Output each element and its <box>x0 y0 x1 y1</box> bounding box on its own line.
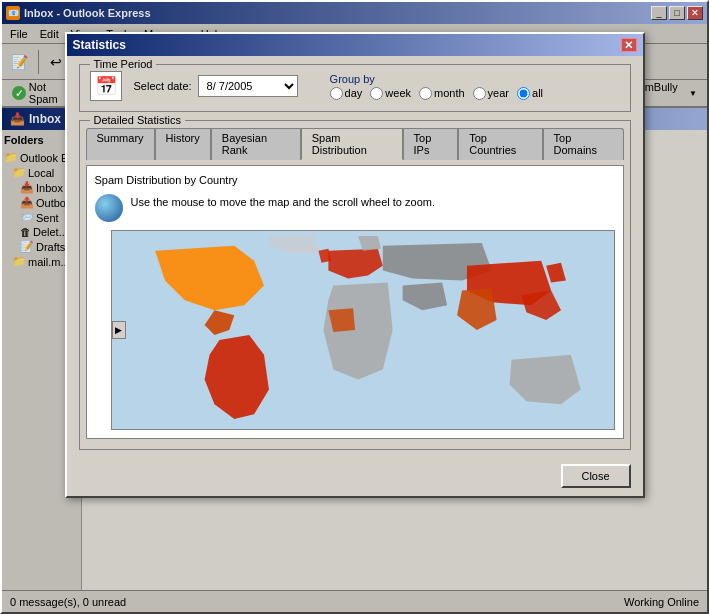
time-period-section: Time Period 📅 Select date: 8/ 7/2005 Gro… <box>79 64 631 112</box>
dialog-close-button[interactable]: Close <box>561 464 631 488</box>
globe-icon <box>95 194 123 222</box>
time-period-label: Time Period <box>90 58 157 70</box>
dialog-title: Statistics <box>73 38 126 52</box>
spam-dist-section-title: Spam Distribution by Country <box>95 174 615 186</box>
info-row: Use the mouse to move the map and the sc… <box>95 192 615 222</box>
world-map-svg <box>112 231 614 429</box>
tab-top-domains[interactable]: Top Domains <box>543 128 624 160</box>
tab-summary[interactable]: Summary <box>86 128 155 160</box>
radio-year[interactable]: year <box>473 87 509 100</box>
group-by-label: Group by <box>330 73 543 85</box>
group-by-radios: day week month <box>330 87 543 100</box>
radio-day[interactable]: day <box>330 87 363 100</box>
tab-content-area: Spam Distribution by Country Use the mou… <box>86 165 624 439</box>
tab-bayesian-rank[interactable]: Bayesian Rank <box>211 128 301 160</box>
radio-week[interactable]: week <box>370 87 411 100</box>
date-selector[interactable]: 8/ 7/2005 <box>198 75 298 97</box>
modal-overlay: Statistics ✕ Time Period 📅 Select date: … <box>2 2 707 612</box>
tab-top-ips[interactable]: Top IPs <box>403 128 459 160</box>
statistics-tabs: Summary History Bayesian Rank Spam Distr… <box>86 127 624 159</box>
select-date-label: Select date: <box>134 80 192 92</box>
dialog-title-bar: Statistics ✕ <box>67 34 643 56</box>
detailed-statistics-section: Detailed Statistics Summary History Baye… <box>79 120 631 450</box>
radio-month[interactable]: month <box>419 87 465 100</box>
tab-top-countries[interactable]: Top Countries <box>458 128 542 160</box>
radio-all[interactable]: all <box>517 87 543 100</box>
info-text: Use the mouse to move the map and the sc… <box>131 192 436 208</box>
statistics-dialog: Statistics ✕ Time Period 📅 Select date: … <box>65 32 645 498</box>
detailed-statistics-label: Detailed Statistics <box>90 114 185 126</box>
calendar-icon: 📅 <box>90 71 122 101</box>
map-scroll-arrow[interactable]: ▶ <box>112 321 126 339</box>
world-map-container[interactable]: ▶ <box>111 230 615 430</box>
outlook-express-window: 📧 Inbox - Outlook Express _ □ ✕ File Edi… <box>0 0 709 614</box>
tab-history[interactable]: History <box>155 128 211 160</box>
dialog-close-icon[interactable]: ✕ <box>621 38 637 52</box>
dialog-footer: Close <box>67 458 643 496</box>
tab-spam-distribution[interactable]: Spam Distribution <box>301 128 403 160</box>
dialog-content: Time Period 📅 Select date: 8/ 7/2005 Gro… <box>67 56 643 458</box>
